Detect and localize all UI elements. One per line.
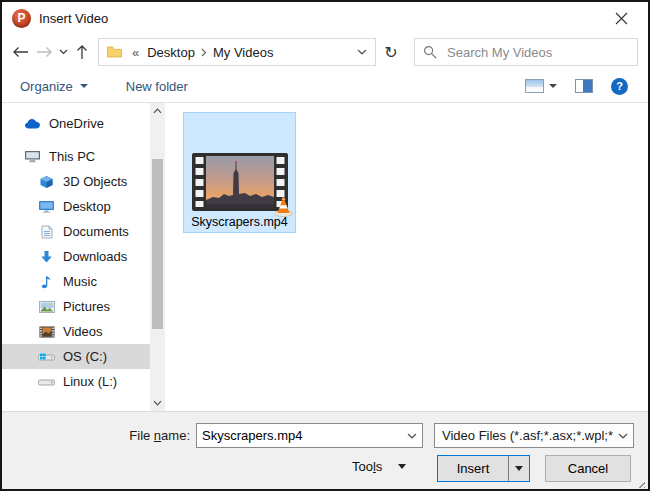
sidebar-item-this-pc[interactable]: This PC xyxy=(2,144,150,169)
search-input[interactable] xyxy=(445,44,629,61)
thumbnail-view-icon xyxy=(525,79,544,93)
sidebar-label: Pictures xyxy=(63,299,110,314)
window-title: Insert Video xyxy=(39,11,108,26)
back-button[interactable] xyxy=(8,40,32,64)
insert-caret-icon xyxy=(515,466,523,471)
file-name-input[interactable] xyxy=(197,428,402,443)
sidebar-item-os-c[interactable]: OS (C:) xyxy=(2,344,150,369)
file-name-label: Skyscrapers.mp4 xyxy=(191,215,288,232)
sidebar-item-onedrive[interactable]: OneDrive xyxy=(2,111,150,136)
forward-icon xyxy=(36,46,53,58)
breadcrumb-overflow[interactable]: « xyxy=(128,45,143,60)
insert-dropdown-button[interactable] xyxy=(508,456,529,481)
sidebar-scrollbar[interactable] xyxy=(150,103,165,411)
file-name-combobox[interactable] xyxy=(196,423,423,448)
file-type-value: Video Files (*.asf;*.asx;*.wpl;*.wr xyxy=(435,428,613,443)
file-item-skyscrapers[interactable]: Skyscrapers.mp4 xyxy=(183,112,296,233)
resize-grip[interactable] xyxy=(636,479,645,488)
command-bar: Organize New folder ? xyxy=(2,70,648,103)
sidebar-label: Videos xyxy=(63,324,103,339)
music-note-icon xyxy=(38,275,55,289)
sidebar-label: Desktop xyxy=(63,199,111,214)
views-caret-icon xyxy=(549,84,557,88)
new-folder-label: New folder xyxy=(126,79,188,94)
sidebar-item-music[interactable]: Music xyxy=(2,269,150,294)
chevron-down-icon xyxy=(59,49,68,55)
preview-pane-button[interactable] xyxy=(575,79,593,93)
insert-button[interactable]: Insert xyxy=(438,461,508,476)
file-name-field-label: File name: xyxy=(2,428,190,443)
forward-button[interactable] xyxy=(32,40,56,64)
sidebar-item-documents[interactable]: Documents xyxy=(2,219,150,244)
organize-menu-button[interactable]: Organize xyxy=(20,79,88,94)
refresh-button[interactable]: ↻ xyxy=(376,39,406,65)
sidebar-label: Downloads xyxy=(63,249,127,264)
close-button[interactable] xyxy=(606,5,636,31)
pictures-icon xyxy=(38,301,55,313)
change-view-button[interactable] xyxy=(525,79,557,93)
navigation-pane: OneDrive This PC xyxy=(2,103,165,411)
desktop-icon xyxy=(38,200,55,213)
close-icon xyxy=(615,12,628,25)
downloads-icon xyxy=(38,250,55,264)
file-list-area[interactable]: Skyscrapers.mp4 xyxy=(165,103,648,411)
insert-video-dialog: P Insert Video xyxy=(0,0,650,491)
onedrive-cloud-icon xyxy=(24,118,41,129)
organize-label: Organize xyxy=(20,79,73,94)
videos-icon xyxy=(38,326,55,338)
tools-caret-icon xyxy=(398,464,406,469)
content-area: OneDrive This PC xyxy=(2,103,648,411)
address-bar[interactable]: « Desktop My Videos xyxy=(98,38,376,66)
sidebar-label: OS (C:) xyxy=(63,349,107,364)
search-box[interactable] xyxy=(414,38,638,66)
sidebar-label: Documents xyxy=(63,224,129,239)
sidebar-item-3d-objects[interactable]: 3D Objects xyxy=(2,169,150,194)
up-icon xyxy=(76,44,88,60)
sidebar-item-pictures[interactable]: Pictures xyxy=(2,294,150,319)
sidebar-label: OneDrive xyxy=(49,116,104,131)
search-icon xyxy=(423,45,437,59)
scroll-down-icon[interactable] xyxy=(150,395,165,411)
computer-icon xyxy=(24,150,41,163)
folder-icon xyxy=(107,46,122,58)
footer-bar: File name: Video Files (*.asf;*.asx;*.wp… xyxy=(2,411,648,491)
breadcrumb-item-desktop[interactable]: Desktop xyxy=(143,45,199,60)
scroll-up-icon[interactable] xyxy=(150,103,165,119)
sidebar-item-desktop[interactable]: Desktop xyxy=(2,194,150,219)
cancel-button[interactable]: Cancel xyxy=(545,455,631,482)
scrollbar-thumb[interactable] xyxy=(152,159,163,329)
sidebar-label: 3D Objects xyxy=(63,174,127,189)
documents-icon xyxy=(38,225,55,239)
file-type-dropdown-icon[interactable] xyxy=(613,433,633,439)
title-bar: P Insert Video xyxy=(2,2,648,34)
sidebar-label: This PC xyxy=(49,149,95,164)
3d-objects-icon xyxy=(38,175,55,189)
insert-split-button[interactable]: Insert xyxy=(437,455,530,482)
tools-menu-button[interactable]: Tools xyxy=(352,459,406,474)
breadcrumb-item-my-videos[interactable]: My Videos xyxy=(209,45,277,60)
navigation-bar: « Desktop My Videos ↻ xyxy=(2,34,648,70)
address-dropdown-button[interactable] xyxy=(357,49,369,55)
up-button[interactable] xyxy=(70,40,94,64)
dropdown-caret-icon xyxy=(80,84,88,88)
recent-locations-button[interactable] xyxy=(56,40,70,64)
drive-icon xyxy=(38,376,55,388)
help-button[interactable]: ? xyxy=(611,78,628,95)
refresh-icon: ↻ xyxy=(384,43,397,62)
tools-label: Tools xyxy=(352,459,382,474)
sidebar-label: Music xyxy=(63,274,97,289)
file-type-dropdown[interactable]: Video Files (*.asf;*.asx;*.wpl;*.wr xyxy=(434,423,634,448)
new-folder-button[interactable]: New folder xyxy=(126,79,188,94)
breadcrumb-separator-icon[interactable] xyxy=(199,48,209,57)
sidebar-item-videos[interactable]: Videos xyxy=(2,319,150,344)
vlc-cone-icon xyxy=(273,195,294,217)
back-icon xyxy=(12,46,29,58)
sidebar-item-linux-l[interactable]: Linux (L:) xyxy=(2,369,150,394)
os-drive-icon xyxy=(38,351,55,363)
powerpoint-app-icon: P xyxy=(12,9,31,28)
sidebar-item-downloads[interactable]: Downloads xyxy=(2,244,150,269)
file-name-dropdown-icon[interactable] xyxy=(402,433,422,439)
sidebar-label: Linux (L:) xyxy=(63,374,117,389)
